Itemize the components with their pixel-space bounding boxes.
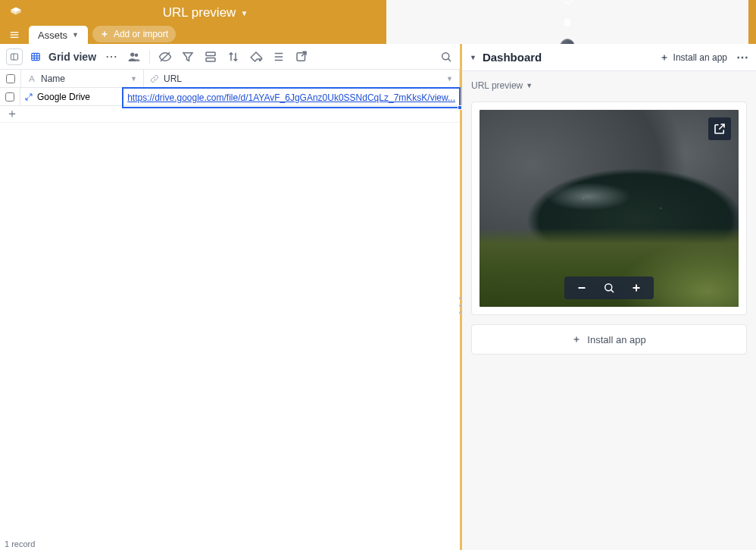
svg-point-37 xyxy=(442,52,449,59)
svg-rect-32 xyxy=(206,58,215,61)
grid-view-icon xyxy=(30,52,41,62)
cell-url[interactable]: https://drive.google.com/file/d/1AYAvF_6… xyxy=(123,88,460,108)
column-header-name-label: Name xyxy=(41,73,65,84)
cell-name[interactable]: Google Drive xyxy=(20,88,123,105)
svg-point-4 xyxy=(567,2,567,2)
svg-line-38 xyxy=(448,58,451,61)
column-name-menu-caret[interactable]: ▼ xyxy=(130,75,137,83)
cell-url-value[interactable]: https://drive.google.com/file/d/1AYAvF_6… xyxy=(127,92,455,103)
table-tabs: Assets ▼ Add or import xyxy=(29,26,176,44)
sort-icon[interactable] xyxy=(226,49,241,64)
svg-point-42 xyxy=(605,284,612,291)
svg-rect-21 xyxy=(11,54,18,60)
record-count: 1 record xyxy=(0,538,460,550)
preview-frame[interactable] xyxy=(480,110,739,307)
filter-icon[interactable] xyxy=(180,49,195,64)
add-or-import-button[interactable]: Add or import xyxy=(92,26,176,42)
app-logo[interactable] xyxy=(8,5,24,21)
zoom-reset-button[interactable] xyxy=(602,281,616,295)
dashboard-more-icon[interactable]: ⋯ xyxy=(736,50,748,64)
svg-rect-23 xyxy=(32,53,40,60)
column-header-url[interactable]: URL ▼ xyxy=(144,70,460,87)
main-split: Grid view ⋯ xyxy=(0,44,756,550)
page-title[interactable]: URL preview xyxy=(163,5,236,20)
preview-app-caret-icon[interactable]: ▼ xyxy=(526,82,533,89)
view-name[interactable]: Grid view xyxy=(48,51,96,63)
table-row[interactable]: Google Drive https://drive.google.com/fi… xyxy=(0,88,460,106)
collaborators-icon[interactable] xyxy=(127,49,142,64)
views-sidebar-toggle[interactable] xyxy=(6,48,23,65)
group-icon[interactable] xyxy=(203,49,218,64)
preview-app-name: URL preview xyxy=(471,80,523,91)
zoom-toolbar xyxy=(564,277,654,299)
title-bar: URL preview ▼ HELP xyxy=(0,0,756,26)
view-bar: Grid view ⋯ xyxy=(0,44,460,70)
column-header-url-label: URL xyxy=(164,73,182,84)
view-menu-icon[interactable]: ⋯ xyxy=(104,49,119,64)
help-icon[interactable] xyxy=(561,0,573,5)
add-row-button[interactable]: ＋ xyxy=(0,106,460,123)
open-external-icon[interactable] xyxy=(708,117,731,140)
svg-line-43 xyxy=(611,290,614,292)
column-header-row: Name ▼ URL ▼ xyxy=(0,70,460,88)
row-checkbox[interactable] xyxy=(0,88,20,105)
install-app-card[interactable]: Install an app xyxy=(471,324,747,355)
column-header-name[interactable]: Name ▼ xyxy=(21,70,144,87)
notifications-icon[interactable] xyxy=(561,16,573,28)
dashboard-caret-icon[interactable]: ▼ xyxy=(470,54,476,61)
hamburger-icon[interactable] xyxy=(6,27,23,43)
url-preview-card xyxy=(471,102,747,315)
preview-app-label[interactable]: URL preview ▼ xyxy=(471,80,747,91)
zoom-out-button[interactable] xyxy=(575,281,589,295)
expand-record-icon[interactable] xyxy=(20,92,37,102)
column-url-menu-caret[interactable]: ▼ xyxy=(446,75,453,83)
dashboard-body: URL preview ▼ xyxy=(462,71,756,364)
install-app-button[interactable]: Install an app xyxy=(660,52,727,63)
dashboard-pane: ▼ Dashboard Install an app ⋯ URL preview… xyxy=(462,44,756,550)
install-app-label: Install an app xyxy=(673,52,727,63)
search-icon[interactable] xyxy=(439,49,454,64)
tab-caret-icon[interactable]: ▼ xyxy=(72,31,79,39)
zoom-in-button[interactable] xyxy=(629,281,643,295)
tab-label: Assets xyxy=(38,30,67,41)
hide-fields-icon[interactable] xyxy=(158,49,173,64)
svg-rect-31 xyxy=(206,52,215,56)
row-height-icon[interactable] xyxy=(271,49,286,64)
svg-point-29 xyxy=(135,53,139,57)
color-icon[interactable] xyxy=(248,49,264,64)
pane-resize-handle[interactable] xyxy=(458,297,462,314)
cell-name-value: Google Drive xyxy=(37,92,90,102)
install-app-card-label: Install an app xyxy=(587,334,645,345)
dashboard-title[interactable]: Dashboard xyxy=(483,51,542,64)
tab-assets[interactable]: Assets ▼ xyxy=(29,26,88,44)
select-all-checkbox[interactable] xyxy=(0,70,21,87)
grid-pane: Grid view ⋯ xyxy=(0,44,462,550)
dashboard-header: ▼ Dashboard Install an app ⋯ xyxy=(462,44,756,71)
share-view-icon[interactable] xyxy=(294,49,309,64)
title-caret-icon[interactable]: ▼ xyxy=(240,9,248,17)
svg-point-28 xyxy=(130,52,134,56)
add-or-import-label: Add or import xyxy=(114,29,168,39)
